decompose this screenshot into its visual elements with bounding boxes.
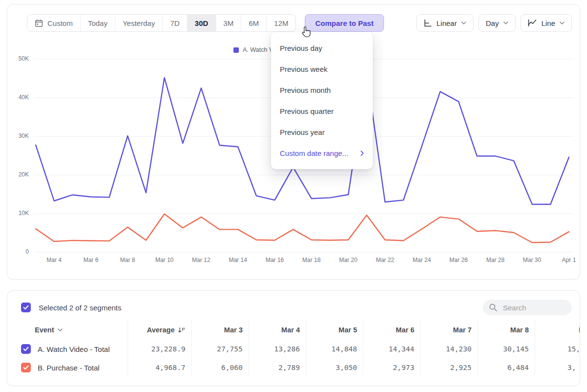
preset-3m[interactable]: 3M — [216, 15, 241, 31]
preset-label: 6M — [248, 19, 259, 27]
value-cell: 27,755 — [191, 340, 248, 358]
column-header-label: Mar 5 — [339, 326, 357, 334]
chart-type-select-label: Line — [542, 19, 555, 27]
preset-12m[interactable]: 12M — [266, 15, 295, 31]
column-header-label: Mar 6 — [396, 326, 414, 334]
analytics-dashboard: CustomTodayYesterday7D30D3M6M12M Compare… — [0, 0, 587, 392]
y-axis-label: 50K — [7, 55, 29, 62]
chart-panel: CustomTodayYesterday7D30D3M6M12M Compare… — [7, 4, 580, 280]
x-axis-label: Mar 8 — [112, 257, 143, 263]
column-header-label: Mar 8 — [510, 326, 529, 334]
preset-label: 7D — [170, 19, 180, 27]
preset-label: 30D — [195, 19, 208, 27]
scale-select[interactable]: Linear — [416, 14, 474, 32]
x-axis-label: Apr 1 — [553, 257, 580, 263]
menu-item-previous-day[interactable]: Previous day — [271, 38, 373, 59]
column-header-mar-7: Mar 7 — [420, 320, 477, 340]
x-axis-label: Mar 4 — [39, 257, 70, 263]
y-axis-label: 40K — [7, 94, 29, 101]
column-header-label: M — [579, 326, 580, 334]
menu-item-label: Previous week — [280, 65, 328, 73]
chart-toolbar: CustomTodayYesterday7D30D3M6M12M Compare… — [27, 14, 572, 32]
preset-label: Today — [88, 19, 108, 27]
preset-30d[interactable]: 30D — [187, 15, 216, 31]
menu-item-previous-quarter[interactable]: Previous quarter — [271, 101, 373, 122]
chevron-down-icon — [58, 328, 63, 331]
value-cell: 14,848 — [306, 340, 363, 358]
interval-select[interactable]: Day — [478, 14, 516, 32]
column-header-mar-8: Mar 8 — [477, 320, 535, 340]
menu-item-label: Custom date range... — [280, 149, 348, 157]
column-header-event[interactable]: Event — [7, 320, 128, 340]
preset-7d[interactable]: 7D — [162, 15, 187, 31]
compare-to-past-button[interactable]: Compare to Past — [305, 14, 384, 32]
legend-swatch — [233, 47, 239, 53]
value-cell: 23,228.9 — [128, 340, 191, 358]
preset-label: 12M — [274, 19, 288, 27]
y-axis-label: 10K — [7, 210, 29, 217]
value-cell: 30,145 — [477, 340, 535, 358]
compare-dropdown-menu: Previous dayPrevious weekPrevious monthP… — [271, 32, 373, 169]
table-row-segment: B. Purchase - Total — [7, 358, 128, 377]
interval-select-label: Day — [486, 19, 499, 27]
x-axis-label: Mar 12 — [185, 257, 217, 263]
preset-today[interactable]: Today — [80, 15, 115, 31]
select-all-checkbox[interactable] — [21, 303, 31, 312]
menu-item-label: Previous year — [280, 128, 325, 136]
search-input[interactable] — [502, 303, 558, 312]
preset-label: Yesterday — [123, 19, 155, 27]
preset-custom[interactable]: Custom — [27, 15, 80, 31]
segment-checkbox[interactable] — [21, 344, 31, 354]
preset-label: 3M — [224, 19, 234, 27]
menu-item-previous-week[interactable]: Previous week — [271, 59, 373, 80]
line-chart-icon — [528, 19, 537, 27]
column-header-label: Mar 3 — [224, 326, 243, 334]
value-cell: 3,050 — [306, 358, 363, 377]
x-axis-label: Mar 26 — [443, 257, 474, 263]
y-axis-label: 0 — [7, 248, 29, 255]
menu-item-previous-month[interactable]: Previous month — [271, 80, 373, 101]
preset-6m[interactable]: 6M — [241, 15, 266, 31]
value-cell: 2,789 — [248, 358, 306, 377]
value-cell: 14,230 — [420, 340, 477, 358]
value-cell: 14,344 — [363, 340, 420, 358]
x-axis-label: Mar 20 — [333, 257, 364, 263]
menu-item-custom-date-range[interactable]: Custom date range... — [271, 143, 373, 164]
column-header-mar-6: Mar 6 — [363, 320, 420, 340]
linear-axis-icon — [424, 19, 432, 27]
column-header-m: M — [535, 320, 580, 340]
column-header-label: Mar 7 — [453, 326, 472, 334]
preset-label: Custom — [47, 19, 73, 27]
sort-descending-icon — [178, 327, 185, 333]
segment-checkbox[interactable] — [21, 363, 31, 372]
chevron-down-icon — [461, 22, 466, 24]
value-cell: 2,973 — [363, 358, 420, 377]
column-header-label: Mar 4 — [281, 326, 300, 334]
search-box — [483, 300, 572, 315]
menu-item-label: Previous day — [280, 44, 322, 52]
menu-item-label: Previous quarter — [280, 107, 334, 115]
menu-item-label: Previous month — [280, 86, 331, 94]
x-axis-label: Mar 28 — [480, 257, 511, 263]
value-cell: 15, — [535, 340, 580, 358]
segments-header: Selected 2 of 2 segments — [21, 300, 572, 315]
column-header-average[interactable]: Average — [128, 320, 191, 340]
chevron-down-icon — [503, 22, 508, 24]
segments-table: EventAverageMar 3Mar 4Mar 5Mar 6Mar 7Mar… — [7, 320, 580, 377]
menu-item-previous-year[interactable]: Previous year — [271, 122, 373, 143]
column-header-mar-3: Mar 3 — [191, 320, 248, 340]
value-cell: 4,968.7 — [128, 358, 191, 377]
selected-segments-label: Selected 2 of 2 segments — [39, 304, 121, 312]
value-cell: 6,060 — [191, 358, 248, 377]
chart-display-controls: Linear Day Line — [416, 14, 572, 32]
column-header-label: Event — [35, 326, 54, 334]
date-range-presets: CustomTodayYesterday7D30D3M6M12M — [27, 14, 296, 32]
y-axis-label: 20K — [7, 171, 29, 178]
x-axis-label: Mar 6 — [75, 257, 107, 263]
preset-yesterday[interactable]: Yesterday — [115, 15, 162, 31]
column-header-mar-5: Mar 5 — [306, 320, 363, 340]
chart-type-select[interactable]: Line — [520, 14, 572, 32]
x-axis-label: Mar 14 — [222, 257, 253, 263]
compare-menu-list: Previous dayPrevious weekPrevious monthP… — [271, 38, 373, 164]
x-axis-label: Mar 16 — [259, 257, 291, 263]
